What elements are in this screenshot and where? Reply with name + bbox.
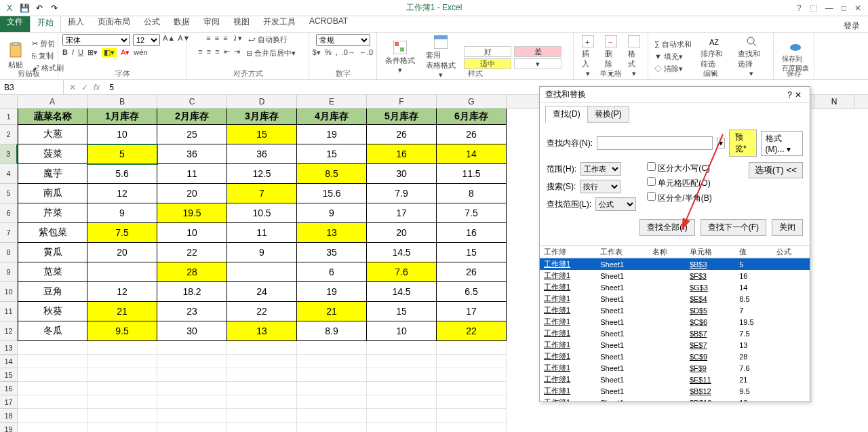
- find-what-input[interactable]: [597, 136, 713, 150]
- align-right-icon[interactable]: ≡: [215, 47, 219, 59]
- dec-decimal-icon[interactable]: ←.0: [359, 48, 373, 57]
- data-cell[interactable]: 10: [157, 223, 227, 243]
- data-cell[interactable]: 26: [367, 125, 437, 144]
- empty-cell[interactable]: [297, 368, 367, 382]
- result-row[interactable]: 工作簿1Sheet1$G$314: [540, 281, 810, 293]
- data-cell[interactable]: 黄瓜: [18, 243, 87, 262]
- ribbon-tab-2[interactable]: 插入: [61, 14, 91, 32]
- empty-cell[interactable]: [87, 395, 157, 409]
- data-cell[interactable]: 11.5: [437, 164, 507, 184]
- empty-cell[interactable]: [87, 423, 157, 432]
- row-header[interactable]: 2: [0, 125, 18, 144]
- select-all-corner[interactable]: [0, 95, 18, 108]
- phonetic-button[interactable]: wén: [134, 48, 147, 57]
- empty-cell[interactable]: [18, 355, 87, 368]
- empty-cell[interactable]: [87, 355, 157, 368]
- orientation-icon[interactable]: ⤸▾: [232, 34, 242, 45]
- ribbon-tab-4[interactable]: 公式: [137, 14, 167, 32]
- row-header[interactable]: 4: [0, 164, 18, 184]
- ribbon-tab-0[interactable]: 文件: [0, 14, 30, 32]
- data-cell[interactable]: 19: [297, 282, 367, 302]
- autosum-button[interactable]: ∑ 自动求和: [652, 39, 694, 50]
- row-header[interactable]: 17: [0, 395, 18, 409]
- ribbon-tab-6[interactable]: 审阅: [197, 14, 226, 32]
- empty-cell[interactable]: [157, 423, 227, 432]
- empty-cell[interactable]: [437, 382, 507, 395]
- empty-cell[interactable]: [227, 382, 297, 395]
- result-col-header[interactable]: 值: [735, 246, 772, 258]
- data-cell[interactable]: 19.5: [157, 203, 227, 223]
- search-select[interactable]: 按行: [580, 180, 620, 193]
- maximize-icon[interactable]: □: [842, 3, 846, 13]
- tab-replace[interactable]: 替换(P): [587, 106, 629, 123]
- data-cell[interactable]: 15: [367, 302, 437, 321]
- empty-cell[interactable]: [367, 355, 437, 368]
- column-header[interactable]: A: [18, 95, 87, 108]
- data-cell[interactable]: 22: [157, 243, 227, 262]
- fx-icon[interactable]: fx: [94, 83, 100, 92]
- table-header-cell[interactable]: 5月库存: [367, 109, 437, 125]
- dialog-help-icon[interactable]: ?: [787, 90, 792, 100]
- data-cell[interactable]: 13: [227, 321, 297, 341]
- data-cell[interactable]: 9: [227, 243, 297, 262]
- data-cell[interactable]: 9: [87, 203, 157, 223]
- empty-cell[interactable]: [157, 341, 227, 355]
- empty-cell[interactable]: [297, 341, 367, 355]
- enter-fx-icon[interactable]: ✓: [81, 83, 88, 92]
- data-cell[interactable]: 魔芋: [18, 164, 87, 184]
- bold-button[interactable]: B: [62, 48, 68, 57]
- format-button[interactable]: 格式(M)... ▾: [761, 131, 803, 156]
- align-top-icon[interactable]: ≡: [206, 34, 210, 45]
- empty-cell[interactable]: [227, 355, 297, 368]
- matchentire-checkbox[interactable]: 单元格匹配(O): [647, 177, 712, 189]
- find-results-list[interactable]: 工作簿工作表名称单元格值公式工作簿1Sheet1$B$35工作簿1Sheet1$…: [540, 246, 810, 401]
- data-cell[interactable]: 35: [297, 243, 367, 262]
- data-cell[interactable]: 24: [227, 282, 297, 302]
- data-cell[interactable]: 25: [157, 125, 227, 144]
- empty-cell[interactable]: [87, 409, 157, 423]
- table-header-cell[interactable]: 3月库存: [227, 109, 297, 125]
- empty-cell[interactable]: [437, 355, 507, 368]
- wrap-text-button[interactable]: ⮐ 自动换行: [246, 34, 290, 45]
- find-all-button[interactable]: 查找全部(I): [639, 219, 694, 236]
- data-cell[interactable]: 8: [437, 184, 507, 203]
- empty-cell[interactable]: [297, 355, 367, 368]
- style-good[interactable]: 好: [464, 46, 511, 57]
- indent-inc-icon[interactable]: ⇥: [234, 47, 240, 59]
- dialog-close-button[interactable]: 关闭: [772, 219, 803, 236]
- row-header[interactable]: 12: [0, 321, 18, 341]
- italic-button[interactable]: I: [72, 48, 74, 57]
- style-bad[interactable]: 差: [514, 46, 561, 57]
- empty-cell[interactable]: [367, 395, 437, 409]
- empty-cell[interactable]: [157, 409, 227, 423]
- save-icon[interactable]: 💾: [19, 3, 30, 14]
- data-cell[interactable]: 苋菜: [18, 262, 87, 282]
- data-cell[interactable]: 7.9: [367, 184, 437, 203]
- result-row[interactable]: 工作簿1Sheet1$B$77.5: [540, 328, 810, 339]
- empty-cell[interactable]: [18, 395, 87, 409]
- result-row[interactable]: 工作簿1Sheet1$E$48.5: [540, 293, 810, 305]
- help-icon[interactable]: ?: [797, 3, 802, 13]
- data-cell[interactable]: 11: [157, 164, 227, 184]
- result-row[interactable]: 工作簿1Sheet1$B$35: [540, 258, 810, 271]
- align-middle-icon[interactable]: ≡: [215, 34, 219, 45]
- data-cell[interactable]: [227, 262, 297, 282]
- paste-button[interactable]: 粘贴: [4, 41, 27, 71]
- data-cell[interactable]: 12: [87, 282, 157, 302]
- data-cell[interactable]: 23: [157, 302, 227, 321]
- data-cell[interactable]: 6: [297, 262, 367, 282]
- result-row[interactable]: 工作簿1Sheet1$E$713: [540, 339, 810, 351]
- result-row[interactable]: 工作簿1Sheet1$E$1121: [540, 374, 810, 385]
- data-cell[interactable]: 9: [297, 203, 367, 223]
- empty-cell[interactable]: [437, 341, 507, 355]
- result-row[interactable]: 工作簿1Sheet1$D$57: [540, 305, 810, 316]
- dialog-close-icon[interactable]: ✕: [792, 90, 804, 100]
- data-cell[interactable]: 21: [87, 302, 157, 321]
- ribbon-opts-icon[interactable]: ⬚: [810, 3, 817, 13]
- result-row[interactable]: 工作簿1Sheet1$F$97.6: [540, 362, 810, 374]
- fill-button[interactable]: ▼ 填充▾: [652, 51, 694, 62]
- ribbon-tab-9[interactable]: ACROBAT: [302, 14, 355, 32]
- data-cell[interactable]: [87, 262, 157, 282]
- empty-cell[interactable]: [297, 409, 367, 423]
- column-header[interactable]: F: [367, 95, 437, 108]
